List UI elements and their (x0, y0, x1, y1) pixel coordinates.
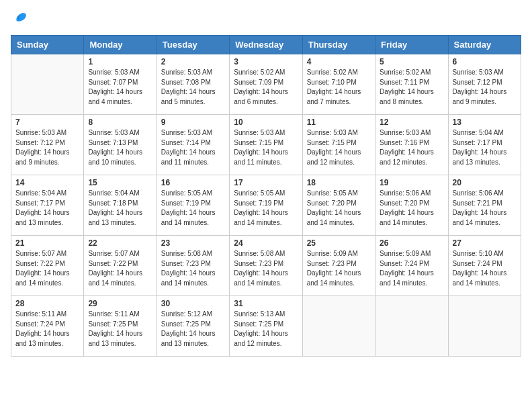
day-info: Sunrise: 5:04 AMSunset: 7:17 PMDaylight:… (453, 128, 517, 167)
day-info: Sunrise: 5:12 AMSunset: 7:25 PMDaylight:… (161, 310, 225, 349)
day-info: Sunrise: 5:10 AMSunset: 7:24 PMDaylight:… (453, 249, 517, 288)
calendar-week-5: 28 Sunrise: 5:11 AMSunset: 7:24 PMDaylig… (11, 296, 521, 357)
day-number: 29 (88, 299, 152, 308)
page-header (11, 11, 521, 27)
calendar-cell: 10 Sunrise: 5:03 AMSunset: 7:15 PMDaylig… (230, 115, 302, 175)
day-info: Sunrise: 5:03 AMSunset: 7:15 PMDaylight:… (307, 128, 371, 167)
day-number: 1 (88, 57, 152, 66)
weekday-header-wednesday: Wednesday (230, 36, 302, 54)
weekday-header-tuesday: Tuesday (157, 36, 229, 54)
day-number: 11 (307, 118, 371, 127)
weekday-header-saturday: Saturday (448, 36, 521, 54)
day-info: Sunrise: 5:03 AMSunset: 7:08 PMDaylight:… (161, 68, 225, 107)
day-info: Sunrise: 5:03 AMSunset: 7:12 PMDaylight:… (15, 128, 79, 167)
day-info: Sunrise: 5:03 AMSunset: 7:13 PMDaylight:… (88, 128, 152, 167)
day-info: Sunrise: 5:03 AMSunset: 7:16 PMDaylight:… (380, 128, 443, 167)
calendar-cell: 13 Sunrise: 5:04 AMSunset: 7:17 PMDaylig… (448, 115, 521, 175)
calendar-week-3: 14 Sunrise: 5:04 AMSunset: 7:17 PMDaylig… (11, 175, 521, 236)
day-info: Sunrise: 5:02 AMSunset: 7:09 PMDaylight:… (234, 68, 298, 107)
calendar-cell: 19 Sunrise: 5:06 AMSunset: 7:20 PMDaylig… (375, 175, 448, 236)
day-number: 14 (15, 178, 79, 187)
calendar-cell (448, 296, 521, 357)
calendar-cell: 17 Sunrise: 5:05 AMSunset: 7:19 PMDaylig… (230, 175, 302, 236)
day-number: 24 (234, 238, 298, 248)
calendar-cell: 20 Sunrise: 5:06 AMSunset: 7:21 PMDaylig… (448, 175, 521, 236)
calendar-cell: 16 Sunrise: 5:05 AMSunset: 7:19 PMDaylig… (157, 175, 229, 236)
calendar-cell: 26 Sunrise: 5:09 AMSunset: 7:24 PMDaylig… (375, 236, 448, 296)
day-number: 5 (380, 57, 443, 66)
day-number: 8 (88, 118, 152, 127)
day-number: 17 (234, 178, 298, 187)
day-number: 23 (161, 238, 225, 248)
calendar-cell: 18 Sunrise: 5:05 AMSunset: 7:20 PMDaylig… (302, 175, 375, 236)
calendar-cell: 23 Sunrise: 5:08 AMSunset: 7:23 PMDaylig… (157, 236, 229, 296)
day-info: Sunrise: 5:05 AMSunset: 7:19 PMDaylight:… (234, 189, 298, 228)
day-info: Sunrise: 5:03 AMSunset: 7:15 PMDaylight:… (234, 128, 298, 167)
calendar-week-1: 1 Sunrise: 5:03 AMSunset: 7:07 PMDayligh… (11, 54, 521, 115)
calendar-cell: 28 Sunrise: 5:11 AMSunset: 7:24 PMDaylig… (11, 296, 84, 357)
calendar-cell: 27 Sunrise: 5:10 AMSunset: 7:24 PMDaylig… (448, 236, 521, 296)
weekday-header-monday: Monday (84, 36, 157, 54)
calendar-cell: 1 Sunrise: 5:03 AMSunset: 7:07 PMDayligh… (84, 54, 157, 115)
calendar-week-4: 21 Sunrise: 5:07 AMSunset: 7:22 PMDaylig… (11, 236, 521, 296)
day-number: 4 (307, 57, 371, 66)
calendar-cell: 3 Sunrise: 5:02 AMSunset: 7:09 PMDayligh… (230, 54, 302, 115)
calendar-cell: 22 Sunrise: 5:07 AMSunset: 7:22 PMDaylig… (84, 236, 157, 296)
day-info: Sunrise: 5:08 AMSunset: 7:23 PMDaylight:… (161, 249, 225, 288)
day-number: 16 (161, 178, 225, 187)
day-number: 28 (15, 299, 79, 308)
calendar-cell: 30 Sunrise: 5:12 AMSunset: 7:25 PMDaylig… (157, 296, 229, 357)
calendar-cell: 5 Sunrise: 5:02 AMSunset: 7:11 PMDayligh… (375, 54, 448, 115)
calendar-cell: 15 Sunrise: 5:04 AMSunset: 7:18 PMDaylig… (84, 175, 157, 236)
calendar-cell: 11 Sunrise: 5:03 AMSunset: 7:15 PMDaylig… (302, 115, 375, 175)
day-info: Sunrise: 5:04 AMSunset: 7:17 PMDaylight:… (15, 189, 79, 228)
day-number: 31 (234, 299, 298, 308)
day-number: 21 (15, 238, 79, 248)
day-info: Sunrise: 5:13 AMSunset: 7:25 PMDaylight:… (234, 310, 298, 349)
day-info: Sunrise: 5:06 AMSunset: 7:21 PMDaylight:… (453, 189, 517, 228)
day-info: Sunrise: 5:03 AMSunset: 7:12 PMDaylight:… (453, 68, 517, 107)
calendar-week-2: 7 Sunrise: 5:03 AMSunset: 7:12 PMDayligh… (11, 115, 521, 175)
calendar-cell: 9 Sunrise: 5:03 AMSunset: 7:14 PMDayligh… (157, 115, 229, 175)
calendar-cell: 24 Sunrise: 5:08 AMSunset: 7:23 PMDaylig… (230, 236, 302, 296)
weekday-header-sunday: Sunday (11, 36, 84, 54)
calendar-cell: 6 Sunrise: 5:03 AMSunset: 7:12 PMDayligh… (448, 54, 521, 115)
calendar-cell: 21 Sunrise: 5:07 AMSunset: 7:22 PMDaylig… (11, 236, 84, 296)
calendar-cell: 2 Sunrise: 5:03 AMSunset: 7:08 PMDayligh… (157, 54, 229, 115)
day-number: 9 (161, 118, 225, 127)
day-info: Sunrise: 5:08 AMSunset: 7:23 PMDaylight:… (234, 249, 298, 288)
day-info: Sunrise: 5:05 AMSunset: 7:20 PMDaylight:… (307, 189, 371, 228)
day-number: 12 (380, 118, 443, 127)
day-info: Sunrise: 5:02 AMSunset: 7:11 PMDaylight:… (380, 68, 443, 107)
day-info: Sunrise: 5:06 AMSunset: 7:20 PMDaylight:… (380, 189, 443, 228)
day-info: Sunrise: 5:04 AMSunset: 7:18 PMDaylight:… (88, 189, 152, 228)
day-number: 25 (307, 238, 371, 248)
day-number: 15 (88, 178, 152, 187)
day-number: 2 (161, 57, 225, 66)
day-info: Sunrise: 5:07 AMSunset: 7:22 PMDaylight:… (88, 249, 152, 288)
weekday-header-friday: Friday (375, 36, 448, 54)
calendar-cell: 14 Sunrise: 5:04 AMSunset: 7:17 PMDaylig… (11, 175, 84, 236)
day-info: Sunrise: 5:03 AMSunset: 7:14 PMDaylight:… (161, 128, 225, 167)
day-number: 26 (380, 238, 443, 248)
calendar-cell: 7 Sunrise: 5:03 AMSunset: 7:12 PMDayligh… (11, 115, 84, 175)
calendar-cell: 12 Sunrise: 5:03 AMSunset: 7:16 PMDaylig… (375, 115, 448, 175)
day-number: 10 (234, 118, 298, 127)
logo-bird-icon (12, 11, 28, 27)
day-number: 3 (234, 57, 298, 66)
day-number: 27 (453, 238, 517, 248)
day-info: Sunrise: 5:09 AMSunset: 7:23 PMDaylight:… (307, 249, 371, 288)
day-number: 18 (307, 178, 371, 187)
calendar-cell: 4 Sunrise: 5:02 AMSunset: 7:10 PMDayligh… (302, 54, 375, 115)
day-number: 13 (453, 118, 517, 127)
day-number: 22 (88, 238, 152, 248)
day-number: 7 (15, 118, 79, 127)
day-info: Sunrise: 5:02 AMSunset: 7:10 PMDaylight:… (307, 68, 371, 107)
day-number: 30 (161, 299, 225, 308)
calendar-cell (375, 296, 448, 357)
day-number: 6 (453, 57, 517, 66)
day-info: Sunrise: 5:11 AMSunset: 7:24 PMDaylight:… (15, 310, 79, 349)
day-info: Sunrise: 5:07 AMSunset: 7:22 PMDaylight:… (15, 249, 79, 288)
calendar-cell: 8 Sunrise: 5:03 AMSunset: 7:13 PMDayligh… (84, 115, 157, 175)
weekday-header-row: SundayMondayTuesdayWednesdayThursdayFrid… (11, 36, 521, 54)
